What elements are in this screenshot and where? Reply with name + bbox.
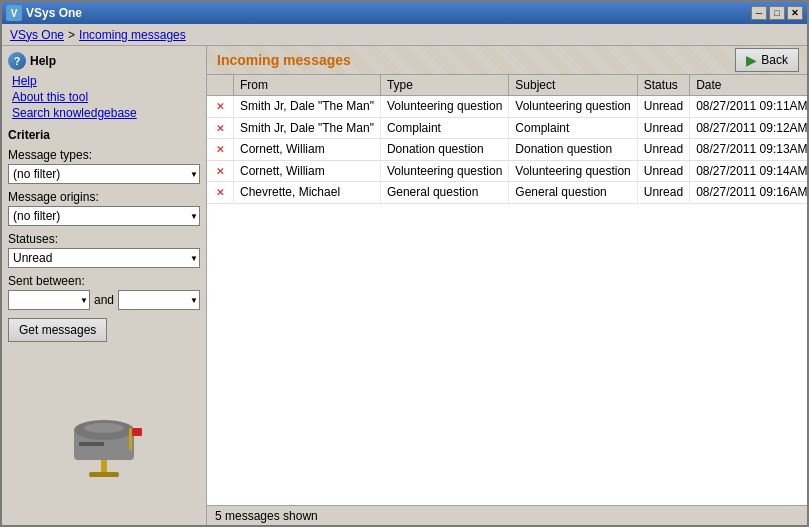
row-type: Volunteering question	[380, 160, 508, 182]
messages-table: From Type Subject Status Date Via ✕ Smit…	[207, 75, 807, 204]
row-type: Complaint	[380, 117, 508, 139]
breadcrumb: VSys One > Incoming messages	[2, 24, 807, 46]
message-types-select[interactable]: (no filter)	[8, 164, 200, 184]
sent-between-and: and	[94, 293, 114, 307]
content-title: Incoming messages	[217, 52, 351, 68]
row-subject: Volunteering question	[509, 96, 637, 118]
status-text: 5 messages shown	[215, 509, 318, 523]
title-bar: V VSys One ─ □ ✕	[2, 2, 807, 24]
help-icon: ?	[8, 52, 26, 70]
minimize-button[interactable]: ─	[751, 6, 767, 20]
row-status: Unread	[637, 96, 689, 118]
svg-rect-1	[89, 472, 119, 477]
sent-between-from-select[interactable]	[8, 290, 90, 310]
statuses-label: Statuses:	[8, 232, 200, 246]
content-area: Incoming messages ▶ Back ✉✉ ✉✉ ✉✉ ✉✉ ✉✉	[207, 46, 807, 525]
help-link-about[interactable]: About this tool	[12, 90, 200, 104]
help-link-search[interactable]: Search knowledgebase	[12, 106, 200, 120]
help-links: Help About this tool Search knowledgebas…	[8, 74, 200, 120]
row-from: Cornett, William	[234, 139, 381, 161]
message-origins-select[interactable]: (no filter)	[8, 206, 200, 226]
svg-rect-6	[132, 428, 142, 436]
status-bar: 5 messages shown	[207, 505, 807, 525]
message-origins-wrapper: (no filter) ▼	[8, 206, 200, 226]
row-delete-icon[interactable]: ✕	[213, 164, 227, 178]
row-subject: Complaint	[509, 117, 637, 139]
col-subject[interactable]: Subject	[509, 75, 637, 96]
main-area: ? Help Help About this tool Search knowl…	[2, 46, 807, 525]
message-origins-label: Message origins:	[8, 190, 200, 204]
row-delete-icon[interactable]: ✕	[213, 186, 227, 200]
row-type: Volunteering question	[380, 96, 508, 118]
maximize-button[interactable]: □	[769, 6, 785, 20]
sent-between-row: ▼ and ▼	[8, 290, 200, 310]
get-messages-button[interactable]: Get messages	[8, 318, 107, 342]
row-date: 08/27/2011 09:11AM	[690, 96, 807, 118]
breadcrumb-sep: >	[68, 28, 75, 42]
mailbox-area	[8, 350, 200, 519]
back-label: Back	[761, 53, 788, 67]
row-type: General question	[380, 182, 508, 204]
table-row[interactable]: ✕ Cornett, William Volunteering question…	[207, 160, 807, 182]
row-icon-cell: ✕	[207, 117, 234, 139]
statuses-wrapper: Unread ▼	[8, 248, 200, 268]
row-date: 08/27/2011 09:13AM	[690, 139, 807, 161]
col-date[interactable]: Date	[690, 75, 807, 96]
row-subject: Donation question	[509, 139, 637, 161]
window-controls: ─ □ ✕	[751, 6, 803, 20]
main-window: V VSys One ─ □ ✕ VSys One > Incoming mes…	[0, 0, 809, 527]
sent-between-from-wrapper: ▼	[8, 290, 90, 310]
messages-table-container: From Type Subject Status Date Via ✕ Smit…	[207, 75, 807, 505]
col-type[interactable]: Type	[380, 75, 508, 96]
row-status: Unread	[637, 139, 689, 161]
row-from: Smith Jr, Dale "The Man"	[234, 117, 381, 139]
row-icon-cell: ✕	[207, 139, 234, 161]
col-from[interactable]: From	[234, 75, 381, 96]
help-link-help[interactable]: Help	[12, 74, 200, 88]
row-status: Unread	[637, 160, 689, 182]
back-button[interactable]: ▶ Back	[735, 48, 799, 72]
mailbox-illustration	[59, 390, 149, 480]
row-delete-icon[interactable]: ✕	[213, 121, 227, 135]
row-date: 08/27/2011 09:14AM	[690, 160, 807, 182]
col-icon	[207, 75, 234, 96]
sent-between-to-wrapper: ▼	[118, 290, 200, 310]
row-from: Smith Jr, Dale "The Man"	[234, 96, 381, 118]
content-header: Incoming messages ▶ Back	[207, 46, 807, 75]
table-row[interactable]: ✕ Smith Jr, Dale "The Man" Complaint Com…	[207, 117, 807, 139]
sent-between-label: Sent between:	[8, 274, 200, 288]
table-row[interactable]: ✕ Chevrette, Michael General question Ge…	[207, 182, 807, 204]
message-types-label: Message types:	[8, 148, 200, 162]
help-title-row: ? Help	[8, 52, 200, 70]
row-icon-cell: ✕	[207, 160, 234, 182]
statuses-select[interactable]: Unread	[8, 248, 200, 268]
row-subject: Volunteering question	[509, 160, 637, 182]
row-from: Cornett, William	[234, 160, 381, 182]
col-status[interactable]: Status	[637, 75, 689, 96]
svg-rect-4	[79, 442, 104, 446]
window-title: VSys One	[26, 6, 82, 20]
row-icon-cell: ✕	[207, 182, 234, 204]
breadcrumb-vsysone[interactable]: VSys One	[10, 28, 64, 42]
row-delete-icon[interactable]: ✕	[213, 100, 227, 114]
message-types-wrapper: (no filter) ▼	[8, 164, 200, 184]
row-status: Unread	[637, 117, 689, 139]
row-icon-cell: ✕	[207, 96, 234, 118]
row-date: 08/27/2011 09:12AM	[690, 117, 807, 139]
row-delete-icon[interactable]: ✕	[213, 143, 227, 157]
table-row[interactable]: ✕ Cornett, William Donation question Don…	[207, 139, 807, 161]
row-from: Chevrette, Michael	[234, 182, 381, 204]
breadcrumb-incoming[interactable]: Incoming messages	[79, 28, 186, 42]
app-icon: V	[6, 5, 22, 21]
help-title-label: Help	[30, 54, 56, 68]
row-type: Donation question	[380, 139, 508, 161]
sent-between-to-select[interactable]	[118, 290, 200, 310]
row-status: Unread	[637, 182, 689, 204]
back-button-area: ▶ Back	[735, 48, 799, 72]
svg-rect-5	[129, 428, 132, 450]
row-subject: General question	[509, 182, 637, 204]
criteria-title: Criteria	[8, 128, 200, 142]
close-button[interactable]: ✕	[787, 6, 803, 20]
table-row[interactable]: ✕ Smith Jr, Dale "The Man" Volunteering …	[207, 96, 807, 118]
criteria-section: Criteria Message types: (no filter) ▼ Me…	[8, 128, 200, 342]
